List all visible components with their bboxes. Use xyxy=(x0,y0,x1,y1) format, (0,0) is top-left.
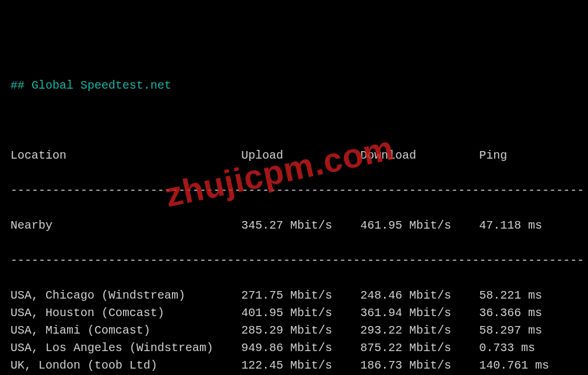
cell-location: UK, London (toob Ltd) xyxy=(10,359,241,372)
cell-ping: 0.733 ms xyxy=(479,341,535,355)
col-header-ping: Ping xyxy=(479,149,507,162)
cell-download: 248.46 Mbit/s xyxy=(360,289,479,302)
table-row: USA, Chicago (Windstream) 271.75 Mbit/s … xyxy=(10,287,578,304)
title-prefix: ## xyxy=(10,79,31,92)
col-header-upload: Upload xyxy=(241,149,360,162)
cell-upload: 401.95 Mbit/s xyxy=(241,306,360,320)
cell-download: 461.95 Mbit/s xyxy=(360,219,479,232)
divider-line: ----------------------------------------… xyxy=(10,182,578,199)
cell-upload: 949.86 Mbit/s xyxy=(241,341,360,355)
table-row: UK, London (toob Ltd) 122.45 Mbit/s 186.… xyxy=(10,357,578,374)
title-text: Global Speedtest.net xyxy=(31,79,171,92)
col-header-location: Location xyxy=(10,149,241,162)
table-row: USA, Houston (Comcast) 401.95 Mbit/s 361… xyxy=(10,304,578,322)
cell-download: 875.22 Mbit/s xyxy=(360,341,479,355)
cell-location: USA, Chicago (Windstream) xyxy=(10,289,241,302)
cell-location: USA, Miami (Comcast) xyxy=(10,324,241,337)
watermark-text: zhujicpm.com xyxy=(160,122,398,220)
table-row: USA, Los Angeles (Windstream) 949.86 Mbi… xyxy=(10,339,578,357)
col-header-download: Download xyxy=(360,149,479,162)
cell-upload: 271.75 Mbit/s xyxy=(241,289,360,302)
table-header: Location Upload Download Ping xyxy=(10,147,578,164)
cell-location: USA, Houston (Comcast) xyxy=(10,306,241,320)
cell-ping: 58.297 ms xyxy=(479,324,542,337)
cell-download: 186.73 Mbit/s xyxy=(360,359,479,372)
cell-upload: 285.29 Mbit/s xyxy=(241,324,360,337)
cell-ping: 140.761 ms xyxy=(479,359,549,372)
cell-location: Nearby xyxy=(10,219,241,232)
table-row: USA, Miami (Comcast) 285.29 Mbit/s 293.2… xyxy=(10,322,578,339)
cell-download: 361.94 Mbit/s xyxy=(360,306,479,320)
cell-upload: 122.45 Mbit/s xyxy=(241,359,360,372)
cell-download: 293.22 Mbit/s xyxy=(360,324,479,337)
cell-ping: 47.118 ms xyxy=(479,219,542,232)
section-title: ## Global Speedtest.net xyxy=(10,77,578,94)
cell-upload: 345.27 Mbit/s xyxy=(241,219,360,232)
cell-ping: 58.221 ms xyxy=(479,289,542,302)
divider-line: ----------------------------------------… xyxy=(10,252,578,269)
table-row-nearby: Nearby 345.27 Mbit/s 461.95 Mbit/s 47.11… xyxy=(10,217,578,234)
cell-ping: 36.366 ms xyxy=(479,306,542,320)
cell-location: USA, Los Angeles (Windstream) xyxy=(10,341,241,355)
blank-line xyxy=(10,112,578,129)
